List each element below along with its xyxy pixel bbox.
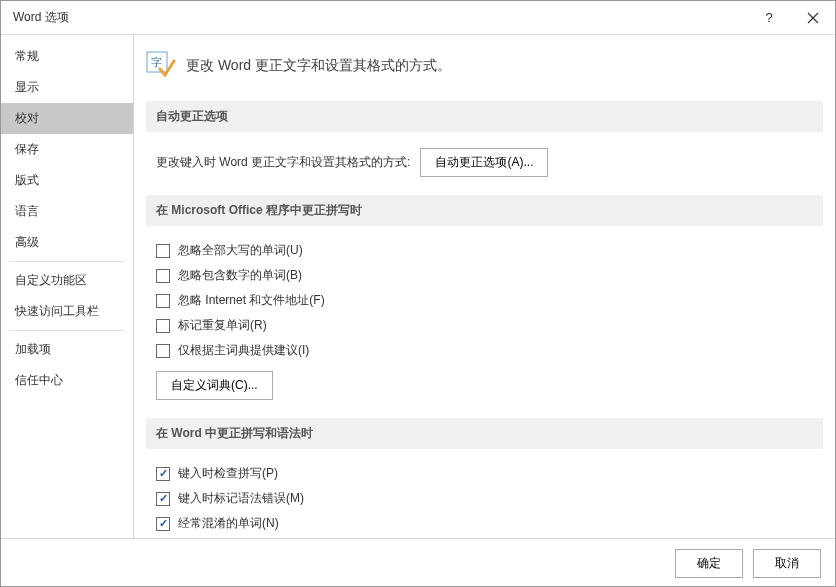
sidebar-item-quick-access[interactable]: 快速访问工具栏 <box>1 296 133 327</box>
sidebar-separator <box>9 261 125 262</box>
check-label: 标记重复单词(R) <box>178 317 267 334</box>
main-panel: 字 更改 Word 更正文字和设置其格式的方式。 自动更正选项 更改键入时 Wo… <box>134 35 835 538</box>
section-header-autocorrect: 自动更正选项 <box>146 101 823 132</box>
window-title: Word 选项 <box>13 9 747 26</box>
check-label: 键入时标记语法错误(M) <box>178 490 304 507</box>
check-label: 忽略全部大写的单词(U) <box>178 242 303 259</box>
sidebar: 常规 显示 校对 保存 版式 语言 高级 自定义功能区 快速访问工具栏 加载项 … <box>1 35 134 538</box>
sidebar-item-addins[interactable]: 加载项 <box>1 334 133 365</box>
check-grammar-as-type[interactable]: 键入时标记语法错误(M) <box>146 486 823 511</box>
close-button[interactable] <box>791 1 835 35</box>
checkbox[interactable] <box>156 269 170 283</box>
sidebar-item-label: 高级 <box>15 235 39 249</box>
button-label: 确定 <box>697 556 721 570</box>
button-label: 自动更正选项(A)... <box>435 155 533 169</box>
check-label: 仅根据主词典提供建议(I) <box>178 342 309 359</box>
help-button[interactable]: ? <box>747 1 791 35</box>
sidebar-item-label: 语言 <box>15 204 39 218</box>
check-confused-words[interactable]: 经常混淆的单词(N) <box>146 511 823 536</box>
sidebar-item-label: 信任中心 <box>15 373 63 387</box>
checkbox[interactable] <box>156 294 170 308</box>
checkbox[interactable] <box>156 517 170 531</box>
check-grammar-with-spell[interactable]: 随拼写检查语法(H) <box>146 536 823 538</box>
proofing-icon: 字 <box>146 51 176 81</box>
check-spell-as-type[interactable]: 键入时检查拼写(P) <box>146 461 823 486</box>
sidebar-item-save[interactable]: 保存 <box>1 134 133 165</box>
sidebar-item-label: 校对 <box>15 111 39 125</box>
autocorrect-options-button[interactable]: 自动更正选项(A)... <box>420 148 548 177</box>
checkbox[interactable] <box>156 467 170 481</box>
sidebar-item-language[interactable]: 语言 <box>1 196 133 227</box>
cancel-button[interactable]: 取消 <box>753 549 821 578</box>
help-icon: ? <box>765 10 772 25</box>
check-ignore-uppercase[interactable]: 忽略全部大写的单词(U) <box>146 238 823 263</box>
section-header-word-spell: 在 Word 中更正拼写和语法时 <box>146 418 823 449</box>
custom-dictionaries-button[interactable]: 自定义词典(C)... <box>156 371 273 400</box>
sidebar-item-proofing[interactable]: 校对 <box>1 103 133 134</box>
ok-button[interactable]: 确定 <box>675 549 743 578</box>
check-ignore-internet[interactable]: 忽略 Internet 和文件地址(F) <box>146 288 823 313</box>
sidebar-item-advanced[interactable]: 高级 <box>1 227 133 258</box>
svg-text:字: 字 <box>151 56 162 68</box>
content-area: 常规 显示 校对 保存 版式 语言 高级 自定义功能区 快速访问工具栏 加载项 … <box>1 35 835 538</box>
check-label: 忽略包含数字的单词(B) <box>178 267 302 284</box>
sidebar-item-trust-center[interactable]: 信任中心 <box>1 365 133 396</box>
sidebar-item-layout[interactable]: 版式 <box>1 165 133 196</box>
check-label: 忽略 Internet 和文件地址(F) <box>178 292 325 309</box>
close-icon <box>807 12 819 24</box>
sidebar-item-label: 加载项 <box>15 342 51 356</box>
check-label: 经常混淆的单词(N) <box>178 515 279 532</box>
sidebar-item-general[interactable]: 常规 <box>1 41 133 72</box>
hero-text: 更改 Word 更正文字和设置其格式的方式。 <box>186 57 451 75</box>
sidebar-item-label: 显示 <box>15 80 39 94</box>
sidebar-item-label: 常规 <box>15 49 39 63</box>
check-ignore-numbers[interactable]: 忽略包含数字的单词(B) <box>146 263 823 288</box>
section-header-office-spell: 在 Microsoft Office 程序中更正拼写时 <box>146 195 823 226</box>
autocorrect-label: 更改键入时 Word 更正文字和设置其格式的方式: <box>156 154 410 171</box>
footer: 确定 取消 <box>1 538 835 587</box>
check-main-dict-only[interactable]: 仅根据主词典提供建议(I) <box>146 338 823 363</box>
checkbox[interactable] <box>156 244 170 258</box>
sidebar-item-display[interactable]: 显示 <box>1 72 133 103</box>
checkbox[interactable] <box>156 492 170 506</box>
button-label: 取消 <box>775 556 799 570</box>
hero: 字 更改 Word 更正文字和设置其格式的方式。 <box>146 45 823 87</box>
checkbox[interactable] <box>156 344 170 358</box>
sidebar-item-label: 版式 <box>15 173 39 187</box>
sidebar-item-label: 自定义功能区 <box>15 273 87 287</box>
sidebar-item-label: 快速访问工具栏 <box>15 304 99 318</box>
titlebar: Word 选项 ? <box>1 1 835 35</box>
sidebar-item-customize-ribbon[interactable]: 自定义功能区 <box>1 265 133 296</box>
sidebar-item-label: 保存 <box>15 142 39 156</box>
checkbox[interactable] <box>156 319 170 333</box>
autocorrect-row: 更改键入时 Word 更正文字和设置其格式的方式: 自动更正选项(A)... <box>146 144 823 195</box>
check-label: 键入时检查拼写(P) <box>178 465 278 482</box>
sidebar-separator <box>9 330 125 331</box>
check-flag-repeated[interactable]: 标记重复单词(R) <box>146 313 823 338</box>
button-label: 自定义词典(C)... <box>171 378 258 392</box>
